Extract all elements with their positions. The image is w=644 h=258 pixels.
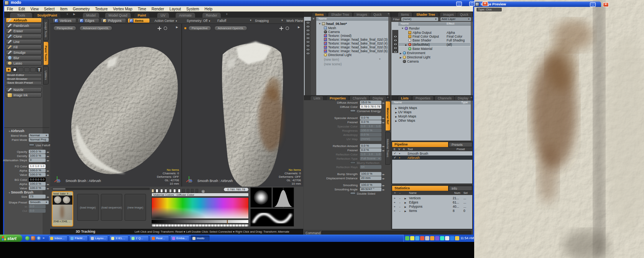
effect-header[interactable]: Effect [447, 22, 454, 26]
stepper-icon[interactable]: ◀▶ [46, 196, 49, 198]
eye-icon[interactable] [306, 52, 310, 55]
value-slider-handle[interactable] [227, 220, 228, 224]
quick-launch-icon[interactable] [31, 236, 35, 240]
shader-row-base-shader[interactable]: Base Shader [408, 38, 431, 42]
scrollbar-thumb[interactable] [53, 188, 66, 190]
mode-polygons-button[interactable]: Polygons [101, 18, 126, 23]
pan-icon[interactable] [158, 26, 161, 30]
shader-row-environment[interactable]: ▶Environment [400, 51, 425, 55]
menu-item[interactable]: Item [58, 7, 70, 12]
symmetry-select[interactable]: Symmetry: Off ▼ [187, 19, 210, 23]
smoothing-angle-field[interactable]: 89.5247 ° [360, 187, 381, 191]
stepper-icon[interactable]: ◀▶ [46, 159, 49, 162]
tracking-mode-bar[interactable]: 3D Tracking [50, 229, 121, 235]
new-image-slot[interactable]: (new image) [125, 194, 146, 221]
mode-items-button[interactable]: Items [128, 18, 150, 23]
expand-icon[interactable]: ▶ [404, 197, 406, 200]
eye-icon[interactable] [394, 43, 397, 45]
stats-row-vertices[interactable]: +-▶Vertices21...... [392, 196, 472, 200]
stats-row-edges[interactable]: +-▶Edges61...... [392, 200, 472, 204]
blend-mode-select[interactable]: Normal▼ [29, 134, 49, 137]
reflection-fresnel-field[interactable]: 0.0 % [360, 148, 381, 152]
eye-icon[interactable] [394, 47, 397, 49]
stepper-icon[interactable]: ◀▶ [382, 189, 385, 191]
color-swatch[interactable] [160, 189, 163, 193]
tree-row-mesh[interactable]: Mesh [324, 26, 336, 30]
add-button[interactable]: + [394, 205, 396, 208]
load-image-slot[interactable]: (load image) [77, 194, 99, 221]
filter-select[interactable]: (none)▼ [401, 17, 438, 21]
tab-items[interactable]: Items [312, 12, 327, 17]
load-sequence-slot[interactable]: (load sequence) [101, 194, 122, 221]
eye-icon[interactable] [394, 35, 397, 38]
stepper-icon[interactable]: ◀▶ [382, 184, 385, 187]
tool-paintbrush[interactable]: Paintbrush [6, 23, 42, 28]
shader-row-alpha-output[interactable]: Alpha Output [408, 31, 432, 35]
modo-titlebar[interactable]: modo _ □ × [3, 0, 474, 6]
list-row-uv-maps[interactable]: ▶UV Maps [395, 110, 412, 114]
tool-line[interactable]: Line [6, 39, 42, 44]
tab-uv[interactable]: UV [157, 12, 169, 18]
eye-icon[interactable] [306, 33, 310, 35]
plus-icon[interactable]: + [312, 17, 314, 21]
bg-color-field[interactable]: 0.00.00.0 [29, 178, 46, 182]
fg-value-field[interactable]: 100.0 % [29, 173, 46, 177]
tab-scroll-arrow-icon[interactable]: ▶ [73, 13, 75, 16]
density-field[interactable]: 100.0 % [29, 154, 46, 158]
tray-icon[interactable] [415, 236, 419, 240]
quick-launch-overflow-icon[interactable]: » [43, 236, 44, 240]
brush-editor-link[interactable]: Brush Editor [6, 73, 42, 77]
color-swatch[interactable] [156, 189, 158, 193]
specular-amount-field[interactable]: 0.0 % [360, 116, 381, 120]
tree-row-texture-image[interactable]: Texture: Image: head_bake_final_02d (4) [324, 41, 388, 45]
add-tab-button[interactable]: + [387, 96, 389, 99]
color-swatch-empty[interactable] [182, 189, 185, 193]
expand-icon[interactable]: ▶ [395, 119, 397, 122]
snapping-select[interactable]: Snapping [255, 19, 269, 23]
side-tab-sculpt-tools[interactable]: Sculpt Tools [43, 18, 49, 41]
tool-fill[interactable]: Fill [6, 45, 42, 50]
stepper-icon[interactable]: ◀▶ [382, 149, 385, 152]
tree-row-texture[interactable]: Texture: (mixed) [324, 34, 352, 38]
tool-clone[interactable]: Clone [6, 34, 42, 39]
list-row-morph-maps[interactable]: ▶Morph Maps [395, 114, 416, 118]
tree-row-texture-image[interactable]: Texture: Image: head_bake_final_02d (6) [324, 49, 388, 53]
fg-alpha-field[interactable]: 100.0 % [29, 169, 46, 172]
stepper-icon[interactable]: ◀▶ [46, 170, 49, 172]
pipeline-row-smooth-brush[interactable]: ✓ • Smooth Brush [392, 151, 472, 155]
thumbnail-scrollbar[interactable] [52, 188, 150, 190]
tip-slot-icon[interactable] [18, 67, 23, 72]
taskbar-task-group[interactable]: 2 Q... [130, 235, 149, 241]
fg-color-field[interactable]: 1.01.01.0 [29, 164, 46, 168]
tree-row-texture-image[interactable]: Texture: Image: head_bake_final_02d (3) [324, 38, 388, 41]
size-field[interactable]: 73 [29, 195, 46, 198]
enable-check-icon[interactable]: ✓ [394, 156, 396, 159]
add-tab-button[interactable]: + [388, 12, 389, 16]
viewport-style-pill[interactable]: Perspective [188, 26, 211, 31]
conserve-energy-checkbox[interactable] [350, 109, 356, 112]
pipeline-header[interactable]: Pipeline [392, 142, 448, 147]
orbit-icon[interactable] [164, 26, 167, 30]
tray-icon[interactable] [455, 236, 459, 240]
menu-vertex-map[interactable]: Vertex Map [110, 7, 135, 12]
internet-explorer-icon[interactable]: e [37, 236, 41, 240]
close-icon[interactable]: × [603, 2, 609, 7]
displacement-distance-field[interactable]: 20 mm [360, 176, 381, 180]
tip-slot-icon[interactable] [24, 67, 30, 72]
tab-lists[interactable]: Lists [398, 96, 412, 100]
tab-sculpt-paint[interactable]: Sculpt/Paint [33, 12, 61, 18]
scrollbar[interactable] [388, 17, 391, 95]
color-swatch[interactable] [178, 189, 181, 193]
expand-icon[interactable]: ▶ [404, 201, 406, 204]
tray-icon[interactable] [435, 236, 439, 240]
color-swatch-empty[interactable] [196, 189, 198, 193]
remove-button[interactable]: - [399, 209, 401, 213]
shader-row-base-material[interactable]: Base Material [408, 47, 432, 51]
tab-items[interactable]: Items [398, 12, 412, 17]
add-button[interactable]: + [394, 209, 396, 213]
brush-browser-link[interactable]: Brush Browser [6, 77, 42, 81]
tab-shader-tree[interactable]: Shader Tree [328, 12, 353, 17]
taskbar-task-explorer[interactable]: 3:\EL... [109, 235, 128, 241]
hue-saturation-picker[interactable] [151, 197, 249, 219]
add-layout-tab-button[interactable]: + [66, 12, 68, 16]
